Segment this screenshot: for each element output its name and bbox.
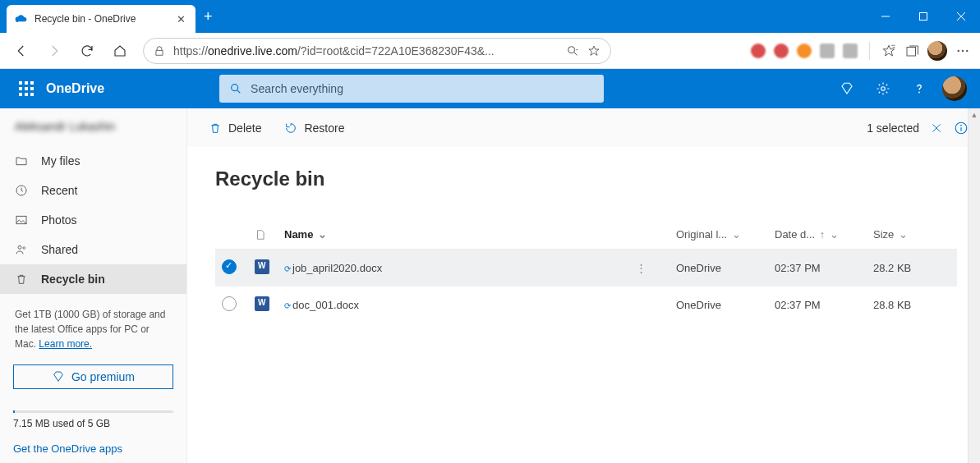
chevron-down-icon: ⌄ bbox=[732, 228, 741, 241]
svg-point-12 bbox=[966, 49, 968, 51]
sidebar-item-recyclebin[interactable]: Recycle bin bbox=[0, 264, 186, 294]
get-apps-link[interactable]: Get the OneDrive apps bbox=[13, 442, 122, 455]
search-box[interactable] bbox=[219, 75, 604, 103]
table-row[interactable]: ⟳doc_001.docxOneDrive02:37 PM28.8 KB bbox=[215, 287, 957, 323]
tab-title: Recycle bin - OneDrive bbox=[35, 13, 170, 25]
collections-icon[interactable] bbox=[904, 44, 919, 58]
browser-titlebar: Recycle bin - OneDrive ✕ + bbox=[0, 0, 980, 33]
sync-icon: ⟳ bbox=[284, 301, 291, 310]
sidebar-item-photos[interactable]: Photos bbox=[0, 205, 186, 235]
extension-icon[interactable] bbox=[774, 44, 789, 58]
promo-text: Get 1TB (1000 GB) of storage and the lat… bbox=[0, 294, 186, 360]
page-title: Recycle bin bbox=[215, 167, 957, 190]
favorites-list-icon[interactable] bbox=[881, 44, 896, 58]
sidebar: Aleksandr Lukashin My files Recent Photo… bbox=[0, 108, 187, 463]
table-row[interactable]: ⟳job_april2020.docx⋮OneDrive02:37 PM28.2… bbox=[215, 250, 957, 287]
file-date: 02:37 PM bbox=[768, 287, 867, 323]
window-controls bbox=[867, 0, 980, 33]
extension-icon[interactable] bbox=[820, 44, 835, 58]
sidebar-item-recent[interactable]: Recent bbox=[0, 176, 186, 205]
people-icon bbox=[15, 243, 30, 256]
extension-icon[interactable] bbox=[843, 44, 858, 58]
file-size: 28.8 KB bbox=[867, 287, 957, 323]
brand-title[interactable]: OneDrive bbox=[46, 81, 104, 96]
svg-point-22 bbox=[232, 85, 238, 91]
premium-diamond-icon[interactable] bbox=[834, 76, 860, 102]
svg-point-11 bbox=[962, 49, 964, 51]
extensions-row bbox=[751, 41, 973, 61]
sidebar-user-name: Aleksandr Lukashin bbox=[0, 108, 186, 144]
file-size: 28.2 KB bbox=[867, 250, 957, 287]
home-button[interactable] bbox=[105, 36, 135, 66]
command-bar: Delete Restore 1 selected bbox=[187, 108, 980, 148]
row-checkbox[interactable] bbox=[222, 259, 237, 274]
search-in-page-icon[interactable] bbox=[566, 44, 579, 57]
content-area: Delete Restore 1 selected Recycle bin Na bbox=[187, 108, 980, 463]
back-button[interactable] bbox=[7, 36, 36, 66]
svg-line-23 bbox=[237, 90, 240, 93]
extension-icon[interactable] bbox=[751, 44, 766, 58]
onedrive-cloud-icon bbox=[15, 12, 28, 25]
help-icon[interactable] bbox=[906, 76, 932, 102]
refresh-button[interactable] bbox=[72, 36, 102, 66]
clear-selection-icon[interactable] bbox=[931, 122, 942, 134]
onedrive-header: OneDrive bbox=[0, 69, 980, 108]
tab-close-icon[interactable]: ✕ bbox=[177, 13, 186, 25]
svg-rect-18 bbox=[30, 87, 34, 90]
word-file-icon bbox=[255, 296, 269, 311]
file-location: OneDrive bbox=[669, 250, 768, 287]
search-input[interactable] bbox=[251, 82, 594, 95]
svg-point-28 bbox=[18, 246, 21, 250]
svg-rect-13 bbox=[19, 81, 22, 85]
sidebar-item-shared[interactable]: Shared bbox=[0, 235, 186, 264]
app-launcher-button[interactable] bbox=[13, 76, 39, 102]
file-table: Name ⌄ Original l... ⌄ Date d... ↑ ⌄ Siz… bbox=[215, 220, 957, 323]
search-icon bbox=[229, 82, 242, 95]
col-location[interactable]: Original l... ⌄ bbox=[669, 220, 768, 250]
scroll-up-icon[interactable]: ▲ bbox=[968, 108, 980, 121]
learn-more-link[interactable]: Learn more. bbox=[39, 338, 92, 350]
col-size[interactable]: Size ⌄ bbox=[867, 220, 957, 250]
diamond-icon bbox=[52, 370, 65, 383]
profile-avatar[interactable] bbox=[927, 41, 947, 61]
new-tab-button[interactable]: + bbox=[204, 8, 213, 25]
info-icon[interactable] bbox=[954, 121, 968, 135]
restore-icon bbox=[284, 121, 297, 135]
account-avatar[interactable] bbox=[942, 76, 967, 101]
extension-icon[interactable] bbox=[797, 44, 812, 58]
sidebar-item-myfiles[interactable]: My files bbox=[0, 146, 186, 176]
window-maximize-button[interactable] bbox=[904, 0, 942, 33]
svg-rect-20 bbox=[25, 93, 28, 96]
sidebar-item-label: My files bbox=[41, 154, 80, 167]
file-date: 02:37 PM bbox=[768, 250, 867, 287]
go-premium-button[interactable]: Go premium bbox=[13, 364, 173, 389]
more-actions-icon[interactable]: ⋮ bbox=[636, 262, 646, 274]
window-minimize-button[interactable] bbox=[867, 0, 904, 33]
file-location: OneDrive bbox=[669, 287, 768, 323]
row-checkbox[interactable] bbox=[222, 296, 237, 311]
chevron-down-icon: ⌄ bbox=[318, 228, 327, 241]
browser-tab[interactable]: Recycle bin - OneDrive ✕ bbox=[7, 5, 196, 33]
chevron-down-icon: ⌄ bbox=[830, 228, 839, 241]
more-menu-icon[interactable] bbox=[955, 44, 970, 58]
svg-point-29 bbox=[23, 247, 25, 250]
favorite-star-icon[interactable] bbox=[587, 44, 600, 57]
sidebar-item-label: Photos bbox=[41, 213, 77, 227]
window-close-button[interactable] bbox=[942, 0, 980, 33]
svg-point-4 bbox=[568, 46, 575, 53]
folder-icon bbox=[15, 154, 30, 167]
storage-bar bbox=[13, 410, 173, 413]
col-filetype-icon[interactable] bbox=[248, 220, 278, 250]
svg-point-24 bbox=[881, 87, 886, 91]
chevron-down-icon: ⌄ bbox=[899, 228, 908, 241]
url-text: https://onedrive.live.com/?id=root&cid=7… bbox=[173, 44, 495, 57]
svg-point-25 bbox=[918, 92, 920, 94]
scrollbar[interactable]: ▲ bbox=[968, 108, 980, 463]
settings-gear-icon[interactable] bbox=[870, 76, 896, 102]
forward-button[interactable] bbox=[39, 36, 69, 66]
address-bar[interactable]: https://onedrive.live.com/?id=root&cid=7… bbox=[143, 38, 611, 64]
delete-button[interactable]: Delete bbox=[199, 112, 271, 144]
restore-button[interactable]: Restore bbox=[274, 112, 354, 144]
col-date[interactable]: Date d... ↑ ⌄ bbox=[768, 220, 867, 250]
col-name[interactable]: Name ⌄ bbox=[278, 220, 669, 250]
